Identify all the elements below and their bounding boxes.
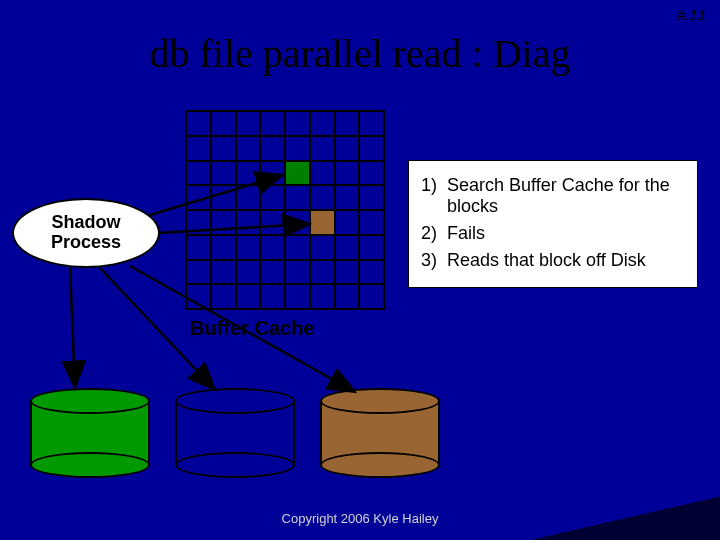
grid-cell bbox=[335, 260, 360, 285]
grid-cell bbox=[285, 111, 310, 136]
grid-cell bbox=[236, 260, 261, 285]
grid-cell bbox=[186, 161, 211, 186]
step-text: Reads that block off Disk bbox=[447, 250, 687, 271]
grid-cell bbox=[236, 111, 261, 136]
grid-cell bbox=[359, 136, 384, 161]
grid-cell bbox=[260, 260, 285, 285]
grid-cell bbox=[335, 284, 360, 309]
grid-cell bbox=[359, 111, 384, 136]
grid-cell bbox=[236, 284, 261, 309]
grid-cell bbox=[236, 136, 261, 161]
grid-cell bbox=[310, 185, 335, 210]
grid-cell bbox=[211, 111, 236, 136]
grid-cell bbox=[285, 185, 310, 210]
shadow-line2: Process bbox=[51, 233, 121, 253]
grid-cell bbox=[211, 235, 236, 260]
grid-cell bbox=[335, 111, 360, 136]
shadow-process-ellipse: Shadow Process bbox=[12, 198, 160, 268]
grid-cell bbox=[186, 185, 211, 210]
disk-cylinder bbox=[30, 388, 150, 478]
step-num: 3) bbox=[421, 250, 447, 271]
grid-cell bbox=[236, 161, 261, 186]
grid-cell bbox=[310, 260, 335, 285]
grid-cell bbox=[310, 161, 335, 186]
grid-cell bbox=[359, 284, 384, 309]
grid-cell bbox=[285, 210, 310, 235]
grid-cell bbox=[310, 111, 335, 136]
grid-cell bbox=[359, 235, 384, 260]
grid-cell bbox=[285, 235, 310, 260]
grid-cell bbox=[211, 185, 236, 210]
grid-cell bbox=[211, 210, 236, 235]
disk-cylinder bbox=[320, 388, 440, 478]
disk-cylinder bbox=[175, 388, 295, 478]
step-row: 2) Fails bbox=[421, 223, 687, 244]
grid-cell bbox=[186, 260, 211, 285]
buffer-cache-label: Buffer Cache bbox=[190, 317, 314, 340]
grid-cell bbox=[285, 260, 310, 285]
grid-cell bbox=[211, 260, 236, 285]
step-text: Fails bbox=[447, 223, 687, 244]
grid-cell bbox=[186, 111, 211, 136]
grid-cell bbox=[260, 235, 285, 260]
grid-cell bbox=[335, 185, 360, 210]
grid-cell bbox=[186, 235, 211, 260]
grid-cell bbox=[236, 235, 261, 260]
grid-cell bbox=[310, 284, 335, 309]
grid-cell bbox=[186, 136, 211, 161]
grid-cell bbox=[260, 136, 285, 161]
grid-cell bbox=[335, 136, 360, 161]
steps-box: 1) Search Buffer Cache for the blocks 2)… bbox=[408, 160, 698, 288]
grid-cell bbox=[236, 210, 261, 235]
copyright-footer: Copyright 2006 Kyle Hailey bbox=[0, 511, 720, 526]
grid-cell bbox=[260, 284, 285, 309]
grid-cell bbox=[260, 210, 285, 235]
step-row: 3) Reads that block off Disk bbox=[421, 250, 687, 271]
shadow-line1: Shadow bbox=[51, 213, 120, 233]
grid-cell bbox=[186, 210, 211, 235]
grid-cell bbox=[260, 161, 285, 186]
grid-cell bbox=[260, 185, 285, 210]
grid-cell bbox=[359, 185, 384, 210]
grid-cell bbox=[310, 210, 335, 235]
grid-cell bbox=[359, 161, 384, 186]
grid-cell bbox=[186, 284, 211, 309]
grid-cell bbox=[335, 210, 360, 235]
step-num: 2) bbox=[421, 223, 447, 244]
grid-cell bbox=[310, 235, 335, 260]
grid-cell bbox=[285, 136, 310, 161]
grid-cell bbox=[260, 111, 285, 136]
step-row: 1) Search Buffer Cache for the blocks bbox=[421, 175, 687, 217]
step-num: 1) bbox=[421, 175, 447, 217]
slide-title: db file parallel read : Diag bbox=[0, 30, 720, 77]
grid-cell bbox=[310, 136, 335, 161]
grid-cell bbox=[211, 284, 236, 309]
grid-cell bbox=[211, 161, 236, 186]
grid-cell bbox=[285, 284, 310, 309]
step-text: Search Buffer Cache for the blocks bbox=[447, 175, 687, 217]
grid-cell bbox=[236, 185, 261, 210]
grid-cell bbox=[359, 260, 384, 285]
page-number: #.11 bbox=[677, 6, 706, 23]
grid-cell bbox=[359, 210, 384, 235]
grid-cell bbox=[335, 235, 360, 260]
buffer-cache-grid bbox=[185, 110, 385, 310]
grid-cell bbox=[211, 136, 236, 161]
svg-line-3 bbox=[70, 268, 75, 388]
grid-cell bbox=[285, 161, 310, 186]
grid-cell bbox=[335, 161, 360, 186]
